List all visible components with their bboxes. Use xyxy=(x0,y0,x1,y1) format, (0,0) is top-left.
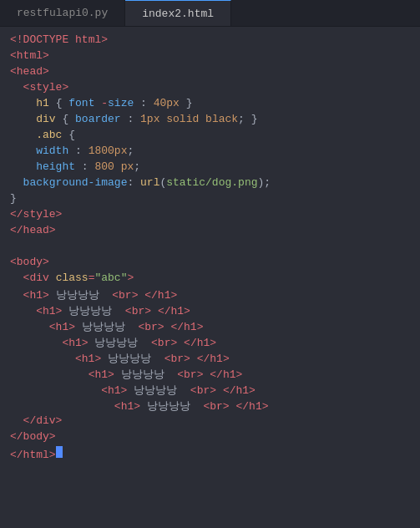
tab-restfulapi[interactable]: restfulapi0.py xyxy=(0,0,125,26)
code-editor: <!DOCTYPE html> <html> <head> <style> h1… xyxy=(0,27,420,469)
code-line: <style> xyxy=(0,81,420,97)
code-line: width : 1800px; xyxy=(0,145,420,160)
code-line: <h1> 낭낭낭낭 <br> </h1> xyxy=(0,319,420,335)
code-line: .abc { xyxy=(0,129,420,145)
code-line: <h1> 낭낭낭낭 <br> </h1> xyxy=(0,287,420,303)
code-line: </style> xyxy=(0,208,420,224)
code-line: <h1> 낭낭낭낭 <br> </h1> xyxy=(0,303,420,319)
code-line: <div class="abc"> xyxy=(0,272,420,287)
code-line: <h1> 낭낭낭낭 <br> </h1> xyxy=(0,335,420,351)
code-line: height : 800 px; xyxy=(0,160,420,176)
code-line: <!DOCTYPE html> xyxy=(0,33,420,49)
code-line: </head> xyxy=(0,224,420,240)
tab-label: index2.html xyxy=(142,8,214,20)
code-line: div { boarder : 1px solid black; } xyxy=(0,113,420,129)
code-line: <head> xyxy=(0,65,420,81)
code-line: <body> xyxy=(0,256,420,272)
code-line: background-image: url(static/dog.png); xyxy=(0,176,420,192)
code-line: } xyxy=(0,192,420,208)
cursor xyxy=(56,446,63,458)
code-line: <h1> 낭낭낭낭 <br> </h1> xyxy=(0,351,420,367)
code-line xyxy=(0,240,420,256)
tab-bar: restfulapi0.py index2.html xyxy=(0,0,420,27)
code-line: h1 { font -size : 40px } xyxy=(0,97,420,113)
code-line: <html> xyxy=(0,49,420,65)
code-line: </body> xyxy=(0,430,420,446)
code-line: <h1> 낭낭낭낭 <br> </h1> xyxy=(0,383,420,399)
code-line: </html> xyxy=(0,446,420,462)
code-line: </div> xyxy=(0,414,420,430)
code-line: <h1> 낭낭낭낭 <br> </h1> xyxy=(0,367,420,383)
code-line: <h1> 낭낭낭낭 <br> </h1> xyxy=(0,399,420,414)
tab-index2[interactable]: index2.html xyxy=(125,0,231,26)
tab-label: restfulapi0.py xyxy=(17,7,108,19)
